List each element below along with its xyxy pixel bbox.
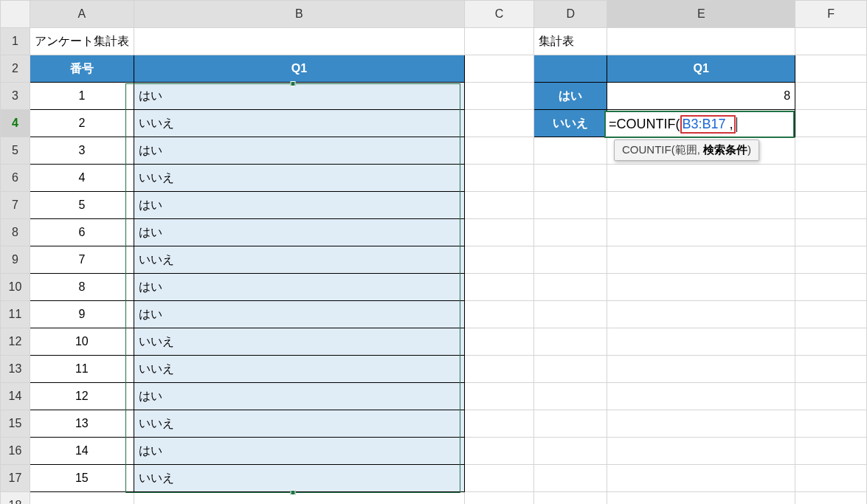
cell[interactable] <box>533 165 607 192</box>
survey-num[interactable]: 2 <box>30 110 134 137</box>
cell[interactable] <box>795 55 867 83</box>
col-header-D[interactable]: D <box>533 1 607 28</box>
cell[interactable] <box>533 137 607 165</box>
table-header-q1[interactable]: Q1 <box>134 55 464 83</box>
row-header[interactable]: 5 <box>1 137 30 165</box>
summary-label[interactable]: はい <box>533 83 607 110</box>
cell[interactable] <box>795 110 867 137</box>
table-header-number[interactable]: 番号 <box>30 55 134 83</box>
cell[interactable] <box>607 219 795 246</box>
survey-ans[interactable]: はい <box>134 274 464 301</box>
survey-ans[interactable]: いいえ <box>134 246 464 274</box>
survey-num[interactable]: 9 <box>30 301 134 328</box>
survey-num[interactable]: 4 <box>30 165 134 192</box>
cell[interactable] <box>134 28 464 55</box>
cell[interactable] <box>465 137 534 165</box>
survey-num[interactable]: 12 <box>30 383 134 410</box>
survey-ans[interactable]: はい <box>134 83 464 110</box>
cell[interactable] <box>465 492 534 505</box>
cell[interactable] <box>795 83 867 110</box>
cell[interactable] <box>465 410 534 438</box>
tooltip-arg1[interactable]: 範囲 <box>675 143 697 156</box>
cell[interactable] <box>607 410 795 438</box>
cell[interactable] <box>465 438 534 465</box>
cell[interactable] <box>795 438 867 465</box>
row-header[interactable]: 16 <box>1 438 30 465</box>
cell[interactable] <box>795 219 867 246</box>
col-header-A[interactable]: A <box>30 1 134 28</box>
row-header[interactable]: 17 <box>1 465 30 492</box>
cell[interactable] <box>465 83 534 110</box>
col-header-B[interactable]: B <box>134 1 464 28</box>
function-tooltip[interactable]: COUNTIF(範囲, 検索条件) <box>614 139 759 161</box>
cell[interactable] <box>533 465 607 492</box>
survey-ans[interactable]: いいえ <box>134 328 464 356</box>
cell[interactable] <box>795 137 867 165</box>
cell[interactable] <box>465 383 534 410</box>
row-header[interactable]: 11 <box>1 301 30 328</box>
survey-ans[interactable]: いいえ <box>134 356 464 383</box>
row-header[interactable]: 15 <box>1 410 30 438</box>
row-header[interactable]: 13 <box>1 356 30 383</box>
cell[interactable] <box>607 383 795 410</box>
cell[interactable] <box>134 492 464 505</box>
cell[interactable] <box>465 28 534 55</box>
row-header[interactable]: 10 <box>1 274 30 301</box>
cell[interactable] <box>795 383 867 410</box>
cell[interactable] <box>533 219 607 246</box>
row-header[interactable]: 2 <box>1 55 30 83</box>
cell[interactable] <box>795 274 867 301</box>
cell[interactable] <box>607 356 795 383</box>
row-header[interactable]: 6 <box>1 165 30 192</box>
cell[interactable] <box>465 328 534 356</box>
summary-header-q1[interactable]: Q1 <box>607 55 795 83</box>
survey-num[interactable]: 6 <box>30 219 134 246</box>
cell[interactable] <box>533 410 607 438</box>
cell[interactable] <box>533 328 607 356</box>
survey-num[interactable]: 10 <box>30 328 134 356</box>
cell[interactable] <box>465 55 534 83</box>
cell[interactable] <box>465 165 534 192</box>
cell[interactable]: 集計表 <box>533 28 607 55</box>
summary-value[interactable]: 8 <box>607 83 795 110</box>
survey-num[interactable]: 13 <box>30 410 134 438</box>
row-header[interactable]: 12 <box>1 328 30 356</box>
cell[interactable] <box>607 192 795 219</box>
survey-ans[interactable]: はい <box>134 137 464 165</box>
survey-num[interactable]: 5 <box>30 192 134 219</box>
summary-label[interactable]: いいえ <box>533 110 607 137</box>
cell[interactable] <box>795 28 867 55</box>
row-header[interactable]: 14 <box>1 383 30 410</box>
cell[interactable] <box>533 274 607 301</box>
row-header[interactable]: 4 <box>1 110 30 137</box>
cell[interactable] <box>465 465 534 492</box>
survey-ans[interactable]: いいえ <box>134 465 464 492</box>
formula-editor[interactable]: =COUNTIF( B3:B17 , <box>604 111 795 138</box>
cell[interactable] <box>465 192 534 219</box>
cell[interactable] <box>533 383 607 410</box>
cell[interactable] <box>607 165 795 192</box>
cell[interactable] <box>465 274 534 301</box>
survey-ans[interactable]: はい <box>134 192 464 219</box>
row-header[interactable]: 9 <box>1 246 30 274</box>
cell[interactable] <box>465 301 534 328</box>
cell[interactable] <box>795 356 867 383</box>
row-header[interactable]: 18 <box>1 492 30 505</box>
cell[interactable] <box>795 492 867 505</box>
cell[interactable] <box>607 438 795 465</box>
cell[interactable] <box>795 328 867 356</box>
cell[interactable] <box>30 492 134 505</box>
survey-ans[interactable]: いいえ <box>134 165 464 192</box>
select-all-corner[interactable] <box>1 1 30 28</box>
survey-num[interactable]: 11 <box>30 356 134 383</box>
survey-ans[interactable]: はい <box>134 438 464 465</box>
cell[interactable] <box>795 410 867 438</box>
cell[interactable] <box>607 328 795 356</box>
col-header-F[interactable]: F <box>795 1 867 28</box>
cell[interactable] <box>607 465 795 492</box>
cell[interactable] <box>465 356 534 383</box>
cell[interactable] <box>795 246 867 274</box>
cell[interactable] <box>607 492 795 505</box>
tooltip-arg2[interactable]: 検索条件 <box>703 143 747 156</box>
grid[interactable]: A B C D E F 1 アンケート集計表 集計表 2 番号 Q1 Q1 3 … <box>0 0 867 504</box>
